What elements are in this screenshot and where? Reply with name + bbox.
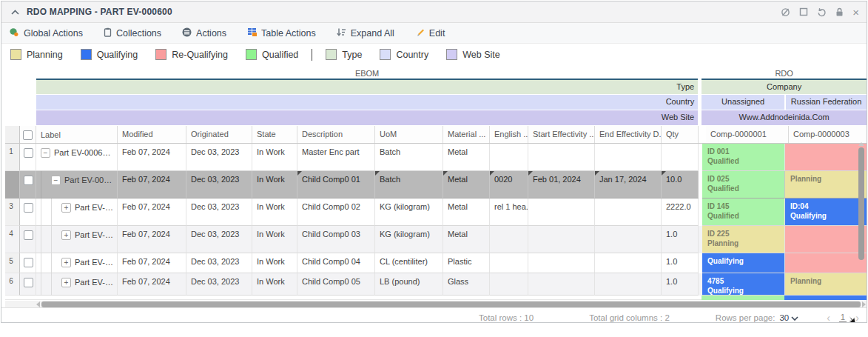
part-label-cell[interactable]: −Part EV-000600 A [36, 144, 118, 171]
row-checkbox[interactable] [24, 176, 33, 185]
english-cell[interactable] [490, 144, 528, 171]
uom-cell[interactable]: Batch [375, 144, 443, 171]
table-row[interactable]: 5+Part EV-000...Feb 07, 2024Dec 03, 2023… [5, 253, 867, 273]
originated-cell[interactable]: Dec 03, 2023 [186, 171, 252, 198]
part-label-cell[interactable]: +Part EV-000... [36, 198, 118, 226]
english-cell[interactable] [490, 253, 528, 273]
edit-button[interactable]: Edit [415, 27, 445, 39]
end-cell[interactable]: Jan 17, 2024 [595, 171, 662, 198]
material-cell[interactable]: Glass [443, 273, 490, 296]
expand-all-button[interactable]: Expand All [337, 27, 394, 39]
column-header-comp-0000001[interactable]: Comp-0000001 [706, 126, 789, 143]
modified-cell[interactable]: Feb 07, 2024 [118, 198, 186, 226]
description-cell[interactable]: Child Comp0 01 [297, 171, 375, 198]
column-header-comp-0000003[interactable]: Comp-0000003 [789, 126, 867, 143]
comp-0000001-status-cell[interactable]: ID 145Qualified [702, 198, 785, 226]
comp-0000003-status-cell[interactable] [785, 226, 867, 253]
part-label-cell[interactable]: +Part EV-000... [36, 273, 118, 296]
modified-cell[interactable]: Feb 07, 2024 [118, 144, 186, 171]
column-header-description[interactable]: Description [297, 126, 375, 143]
start-cell[interactable] [528, 273, 595, 296]
expand-plus-icon[interactable]: + [61, 278, 71, 287]
qty-cell[interactable]: 1.0 [662, 273, 699, 296]
comp-0000003-status-cell[interactable]: Planning [785, 171, 867, 198]
column-header-english[interactable]: English ... [490, 126, 528, 143]
comp-0000001-status-cell[interactable]: ID 025Qualified [702, 171, 785, 198]
state-cell[interactable]: In Work [252, 171, 297, 198]
description-cell[interactable]: Child Comp0 03 [297, 226, 375, 253]
reset-undo-icon[interactable] [817, 7, 827, 17]
column-header-state[interactable]: State [252, 126, 297, 143]
column-header-qty[interactable]: Qty [662, 126, 699, 143]
table-actions-button[interactable]: Table Actions [247, 27, 316, 39]
collapse-minus-icon[interactable]: − [51, 176, 61, 185]
material-cell[interactable]: Plastic [443, 253, 490, 273]
scroll-left-arrow-icon[interactable] [36, 301, 40, 307]
column-header-end-effectivity[interactable]: End Effectivity D... [595, 126, 662, 143]
table-row[interactable]: 4+Part EV-000...Feb 07, 2024Dec 03, 2023… [5, 226, 867, 253]
start-cell[interactable] [528, 226, 595, 253]
state-cell[interactable]: In Work [252, 144, 297, 171]
qty-cell[interactable] [662, 144, 699, 171]
qty-cell[interactable]: 1.0 [662, 253, 699, 273]
column-header-label[interactable]: Label [36, 126, 118, 143]
originated-cell[interactable]: Dec 03, 2023 [186, 273, 252, 296]
originated-cell[interactable]: Dec 03, 2023 [186, 253, 252, 273]
uom-cell[interactable]: Batch [375, 171, 443, 198]
part-label-cell[interactable]: +Part EV-000... [36, 226, 118, 253]
column-header-modified[interactable]: Modified [118, 126, 186, 143]
modified-cell[interactable]: Feb 07, 2024 [118, 226, 186, 253]
prev-page-button[interactable]: ‹ [827, 312, 830, 324]
description-cell[interactable]: Child Comp0 05 [297, 273, 375, 296]
row-checkbox[interactable] [24, 230, 33, 240]
qty-cell[interactable]: 2222.0 [662, 198, 699, 226]
state-cell[interactable]: In Work [252, 273, 297, 296]
uom-cell[interactable]: KG (kilogram) [375, 198, 443, 226]
english-cell[interactable] [490, 273, 528, 296]
uom-cell[interactable]: LB (pound) [375, 273, 443, 296]
comp-0000001-status-cell[interactable]: Qualifying [702, 253, 785, 273]
comp-0000003-status-cell[interactable]: ID:04Qualifying [785, 198, 867, 226]
uom-cell[interactable]: CL (centiliter) [375, 253, 443, 273]
table-row[interactable]: −Part EV-000601 AFeb 07, 2024Dec 03, 202… [5, 171, 867, 198]
collections-button[interactable]: Collections [104, 27, 161, 39]
table-row[interactable]: 3+Part EV-000...Feb 07, 2024Dec 03, 2023… [5, 198, 867, 226]
end-cell[interactable] [595, 253, 662, 273]
scroll-up-arrow-icon[interactable] [858, 142, 864, 146]
row-checkbox[interactable] [24, 203, 33, 213]
english-cell[interactable] [490, 226, 528, 253]
material-cell[interactable]: Metal [443, 226, 490, 253]
state-cell[interactable]: In Work [252, 226, 297, 253]
modified-cell[interactable]: Feb 07, 2024 [118, 253, 186, 273]
material-cell[interactable]: Metal [443, 144, 490, 171]
comp-0000001-status-cell[interactable]: ID 225Planning [702, 226, 785, 253]
modified-cell[interactable]: Feb 07, 2024 [118, 171, 186, 198]
qty-cell[interactable]: 1.0 [662, 226, 699, 253]
row-checkbox[interactable] [24, 148, 33, 158]
english-cell[interactable]: 0020 [490, 171, 528, 198]
maximize-icon[interactable] [799, 7, 808, 16]
state-cell[interactable]: In Work [252, 198, 297, 226]
state-cell[interactable]: In Work [252, 253, 297, 273]
rows-per-page-select[interactable]: 30 [779, 313, 798, 322]
actions-button[interactable]: Actions [182, 27, 226, 39]
select-all-checkbox[interactable] [23, 130, 33, 140]
comp-0000001-status-cell[interactable]: 4785Qualifying [702, 273, 785, 296]
column-header-start-effectivity[interactable]: Start Effectivity ... [528, 126, 595, 143]
expand-plus-icon[interactable]: + [61, 203, 71, 213]
description-cell[interactable]: Master Enc part [297, 144, 375, 171]
part-label-cell[interactable]: +Part EV-000... [36, 253, 118, 273]
horizontal-scrollbar[interactable] [5, 301, 867, 307]
material-cell[interactable]: Metal [443, 171, 490, 198]
end-cell[interactable] [595, 198, 662, 226]
collapse-minus-icon[interactable]: − [41, 148, 50, 158]
comp-0000003-status-cell[interactable] [785, 253, 867, 273]
start-cell[interactable] [528, 253, 595, 273]
uom-cell[interactable]: KG (kilogram) [375, 226, 443, 253]
vertical-scroll-thumb[interactable] [858, 147, 864, 260]
lock-icon[interactable] [835, 7, 844, 17]
table-row[interactable]: 1−Part EV-000600 AFeb 07, 2024Dec 03, 20… [5, 144, 867, 171]
column-header-originated[interactable]: Originated [186, 126, 252, 143]
current-page[interactable]: 1 [839, 313, 847, 322]
refresh-icon[interactable] [781, 7, 790, 17]
